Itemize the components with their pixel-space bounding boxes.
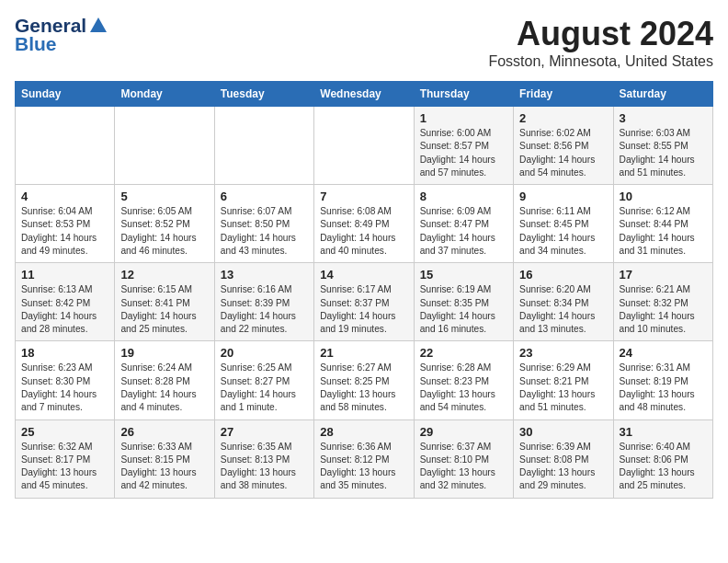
day-info: Sunrise: 6:28 AM Sunset: 8:23 PM Dayligh… xyxy=(420,362,507,414)
day-number: 5 xyxy=(120,190,208,203)
day-info: Sunrise: 6:12 AM Sunset: 8:44 PM Dayligh… xyxy=(620,205,707,258)
day-of-week-header: Tuesday xyxy=(214,82,313,107)
day-info: Sunrise: 6:13 AM Sunset: 8:42 PM Dayligh… xyxy=(21,283,108,336)
day-info: Sunrise: 6:35 AM Sunset: 8:13 PM Dayligh… xyxy=(221,441,308,493)
day-number: 8 xyxy=(420,190,507,203)
day-info: Sunrise: 6:04 AM Sunset: 8:53 PM Dayligh… xyxy=(21,205,108,258)
calendar-week-row: 18Sunrise: 6:23 AM Sunset: 8:30 PM Dayli… xyxy=(16,341,713,419)
calendar-cell: 24Sunrise: 6:31 AM Sunset: 8:19 PM Dayli… xyxy=(613,341,712,419)
day-info: Sunrise: 6:07 AM Sunset: 8:50 PM Dayligh… xyxy=(221,205,308,258)
day-info: Sunrise: 6:37 AM Sunset: 8:10 PM Dayligh… xyxy=(420,441,507,493)
calendar-header-row: SundayMondayTuesdayWednesdayThursdayFrid… xyxy=(16,82,713,107)
calendar-cell: 2Sunrise: 6:02 AM Sunset: 8:56 PM Daylig… xyxy=(514,107,613,185)
day-number: 24 xyxy=(620,346,707,360)
day-info: Sunrise: 6:29 AM Sunset: 8:21 PM Dayligh… xyxy=(519,362,607,414)
svg-marker-0 xyxy=(90,17,107,32)
day-number: 31 xyxy=(620,425,707,439)
day-info: Sunrise: 6:40 AM Sunset: 8:06 PM Dayligh… xyxy=(620,441,707,493)
calendar-week-row: 4Sunrise: 6:04 AM Sunset: 8:53 PM Daylig… xyxy=(16,185,713,263)
day-info: Sunrise: 6:11 AM Sunset: 8:45 PM Dayligh… xyxy=(519,205,607,258)
day-number: 16 xyxy=(519,268,607,282)
calendar-cell: 15Sunrise: 6:19 AM Sunset: 8:35 PM Dayli… xyxy=(414,263,513,341)
calendar-cell: 29Sunrise: 6:37 AM Sunset: 8:10 PM Dayli… xyxy=(414,419,513,498)
calendar-cell: 6Sunrise: 6:07 AM Sunset: 8:50 PM Daylig… xyxy=(214,185,313,263)
day-number: 19 xyxy=(120,346,208,360)
day-info: Sunrise: 6:21 AM Sunset: 8:32 PM Dayligh… xyxy=(620,283,707,336)
location-title: Fosston, Minnesota, United States xyxy=(488,53,713,70)
calendar-cell: 14Sunrise: 6:17 AM Sunset: 8:37 PM Dayli… xyxy=(314,263,414,341)
calendar-cell: 23Sunrise: 6:29 AM Sunset: 8:21 PM Dayli… xyxy=(514,341,613,419)
day-number: 2 xyxy=(519,111,607,125)
day-of-week-header: Thursday xyxy=(414,82,513,107)
calendar-cell xyxy=(214,107,313,185)
calendar-cell: 18Sunrise: 6:23 AM Sunset: 8:30 PM Dayli… xyxy=(16,341,115,419)
calendar-cell: 9Sunrise: 6:11 AM Sunset: 8:45 PM Daylig… xyxy=(514,185,613,263)
day-number: 10 xyxy=(620,190,707,203)
day-info: Sunrise: 6:31 AM Sunset: 8:19 PM Dayligh… xyxy=(620,362,707,414)
day-info: Sunrise: 6:02 AM Sunset: 8:56 PM Dayligh… xyxy=(519,127,607,179)
day-number: 23 xyxy=(519,346,607,360)
day-number: 20 xyxy=(221,346,308,360)
calendar-week-row: 11Sunrise: 6:13 AM Sunset: 8:42 PM Dayli… xyxy=(16,263,713,341)
day-number: 6 xyxy=(221,190,308,203)
day-number: 7 xyxy=(320,190,407,203)
calendar-cell: 1Sunrise: 6:00 AM Sunset: 8:57 PM Daylig… xyxy=(414,107,513,185)
calendar-cell: 27Sunrise: 6:35 AM Sunset: 8:13 PM Dayli… xyxy=(214,419,313,498)
day-info: Sunrise: 6:33 AM Sunset: 8:15 PM Dayligh… xyxy=(120,441,208,493)
logo-icon xyxy=(88,16,108,36)
day-number: 11 xyxy=(21,268,108,282)
day-number: 21 xyxy=(320,346,407,360)
day-info: Sunrise: 6:36 AM Sunset: 8:12 PM Dayligh… xyxy=(320,441,407,493)
day-number: 17 xyxy=(620,268,707,282)
day-number: 28 xyxy=(320,425,407,439)
calendar-cell: 19Sunrise: 6:24 AM Sunset: 8:28 PM Dayli… xyxy=(115,341,214,419)
calendar-cell xyxy=(115,107,214,185)
calendar-cell xyxy=(314,107,414,185)
day-of-week-header: Wednesday xyxy=(314,82,414,107)
calendar-week-row: 25Sunrise: 6:32 AM Sunset: 8:17 PM Dayli… xyxy=(16,419,713,498)
calendar-cell: 3Sunrise: 6:03 AM Sunset: 8:55 PM Daylig… xyxy=(613,107,712,185)
day-info: Sunrise: 6:16 AM Sunset: 8:39 PM Dayligh… xyxy=(221,283,308,336)
day-of-week-header: Sunday xyxy=(16,82,115,107)
day-number: 30 xyxy=(519,425,607,439)
calendar-cell: 4Sunrise: 6:04 AM Sunset: 8:53 PM Daylig… xyxy=(16,185,115,263)
calendar-cell: 16Sunrise: 6:20 AM Sunset: 8:34 PM Dayli… xyxy=(514,263,613,341)
calendar-cell: 10Sunrise: 6:12 AM Sunset: 8:44 PM Dayli… xyxy=(613,185,712,263)
calendar-cell: 11Sunrise: 6:13 AM Sunset: 8:42 PM Dayli… xyxy=(16,263,115,341)
month-title: August 2024 xyxy=(488,15,713,53)
calendar-cell: 26Sunrise: 6:33 AM Sunset: 8:15 PM Dayli… xyxy=(115,419,214,498)
title-area: August 2024 Fosston, Minnesota, United S… xyxy=(488,15,713,70)
day-number: 15 xyxy=(420,268,507,282)
calendar-cell xyxy=(16,107,115,185)
calendar-cell: 20Sunrise: 6:25 AM Sunset: 8:27 PM Dayli… xyxy=(214,341,313,419)
calendar-cell: 31Sunrise: 6:40 AM Sunset: 8:06 PM Dayli… xyxy=(613,419,712,498)
day-number: 18 xyxy=(21,346,108,360)
day-number: 13 xyxy=(221,268,308,282)
day-info: Sunrise: 6:32 AM Sunset: 8:17 PM Dayligh… xyxy=(21,441,108,493)
day-number: 9 xyxy=(519,190,607,203)
day-info: Sunrise: 6:00 AM Sunset: 8:57 PM Dayligh… xyxy=(420,127,507,179)
day-info: Sunrise: 6:09 AM Sunset: 8:47 PM Dayligh… xyxy=(420,205,507,258)
calendar-cell: 12Sunrise: 6:15 AM Sunset: 8:41 PM Dayli… xyxy=(115,263,214,341)
calendar-cell: 22Sunrise: 6:28 AM Sunset: 8:23 PM Dayli… xyxy=(414,341,513,419)
calendar-table: SundayMondayTuesdayWednesdayThursdayFrid… xyxy=(15,81,713,499)
day-info: Sunrise: 6:15 AM Sunset: 8:41 PM Dayligh… xyxy=(120,283,208,336)
calendar-cell: 7Sunrise: 6:08 AM Sunset: 8:49 PM Daylig… xyxy=(314,185,414,263)
day-of-week-header: Saturday xyxy=(613,82,712,107)
day-number: 25 xyxy=(21,425,108,439)
calendar-cell: 25Sunrise: 6:32 AM Sunset: 8:17 PM Dayli… xyxy=(16,419,115,498)
day-info: Sunrise: 6:39 AM Sunset: 8:08 PM Dayligh… xyxy=(519,441,607,493)
calendar-week-row: 1Sunrise: 6:00 AM Sunset: 8:57 PM Daylig… xyxy=(16,107,713,185)
day-info: Sunrise: 6:03 AM Sunset: 8:55 PM Dayligh… xyxy=(620,127,707,179)
calendar-cell: 28Sunrise: 6:36 AM Sunset: 8:12 PM Dayli… xyxy=(314,419,414,498)
day-of-week-header: Friday xyxy=(514,82,613,107)
calendar-cell: 30Sunrise: 6:39 AM Sunset: 8:08 PM Dayli… xyxy=(514,419,613,498)
day-number: 29 xyxy=(420,425,507,439)
calendar-cell: 13Sunrise: 6:16 AM Sunset: 8:39 PM Dayli… xyxy=(214,263,313,341)
calendar-cell: 21Sunrise: 6:27 AM Sunset: 8:25 PM Dayli… xyxy=(314,341,414,419)
day-info: Sunrise: 6:05 AM Sunset: 8:52 PM Dayligh… xyxy=(120,205,208,258)
page-header: General Blue August 2024 Fosston, Minnes… xyxy=(15,15,713,70)
day-info: Sunrise: 6:27 AM Sunset: 8:25 PM Dayligh… xyxy=(320,362,407,414)
logo-blue: Blue xyxy=(15,33,57,55)
day-number: 26 xyxy=(120,425,208,439)
